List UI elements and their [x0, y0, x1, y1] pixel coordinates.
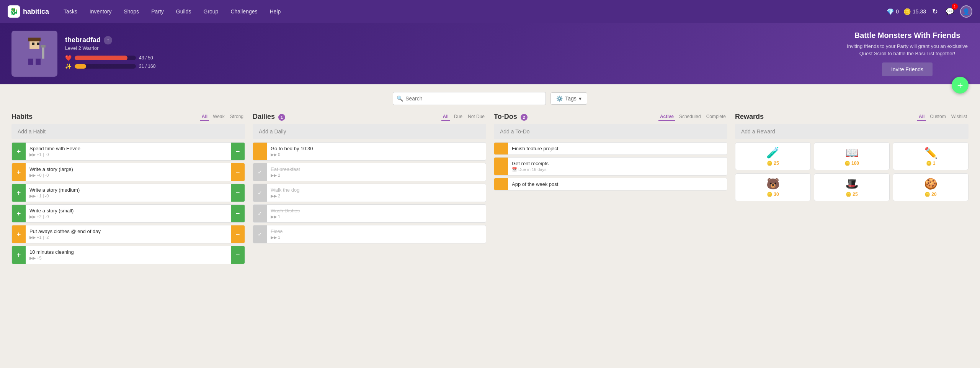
exp-bar-bg	[75, 64, 136, 69]
habit-body: Write a story (medium) ▶▶ +1 | -0	[26, 184, 231, 202]
reward-card[interactable]: 📖 🪙 100	[814, 142, 890, 170]
reward-card[interactable]: 🎩 🪙 25	[814, 173, 890, 201]
dailies-column: Dailies 1 All Due Not Due Add a Daily Go…	[253, 113, 486, 266]
todos-filter-active[interactable]: Active	[658, 113, 675, 121]
nav-tasks[interactable]: Tasks	[58, 6, 83, 17]
hero-banner: thebradfad ↑ Level 2 Warrior ❤️ 43 / 50 …	[0, 23, 980, 84]
reward-card[interactable]: 🍪 🪙 20	[893, 173, 969, 201]
rewards-filter-custom[interactable]: Custom	[928, 113, 947, 121]
daily-check-button[interactable]	[253, 143, 267, 160]
tags-button[interactable]: ⚙️ Tags ▾	[550, 92, 587, 105]
daily-title: Eat breakfast	[271, 166, 482, 172]
habit-plus-button[interactable]: +	[12, 143, 26, 160]
todo-check-button[interactable]	[494, 178, 508, 190]
hp-value: 43 / 50	[139, 55, 153, 61]
dailies-filter-due[interactable]: Due	[452, 113, 464, 121]
nav-shops[interactable]: Shops	[118, 6, 144, 17]
level-text: Level 2 Warrior	[65, 45, 155, 51]
nav-inventory[interactable]: Inventory	[84, 6, 117, 17]
gold-cost-icon: 🪙	[924, 192, 930, 197]
habit-minus-button[interactable]: −	[231, 246, 245, 264]
nav-group[interactable]: Group	[198, 6, 224, 17]
habit-plus-button[interactable]: +	[12, 225, 26, 243]
todos-filter-scheduled[interactable]: Scheduled	[678, 113, 702, 121]
habit-minus-button[interactable]: −	[231, 225, 245, 243]
add-reward-card[interactable]: Add a Reward	[735, 124, 969, 139]
daily-check-button[interactable]: ✓	[253, 205, 267, 222]
rewards-filter-all[interactable]: All	[917, 113, 926, 121]
hp-bar-row: ❤️ 43 / 50	[65, 55, 155, 61]
habit-title: 10 minutes cleaning	[29, 249, 227, 255]
reward-cost: 🪙 25	[767, 161, 779, 166]
dailies-filter-notdue[interactable]: Not Due	[466, 113, 486, 121]
habits-filter-weak[interactable]: Weak	[211, 113, 226, 121]
reward-icon: 🎩	[845, 177, 859, 190]
refresh-button[interactable]: ↻	[931, 6, 939, 17]
todo-check-button[interactable]	[494, 158, 508, 175]
hp-icon: ❤️	[65, 55, 72, 61]
reward-card[interactable]: 🧪 🪙 25	[735, 142, 811, 170]
player-info: thebradfad ↑ Level 2 Warrior ❤️ 43 / 50 …	[65, 36, 155, 72]
dailies-filter-all[interactable]: All	[441, 113, 450, 121]
rewards-filters: All Custom Wishlist	[917, 113, 969, 121]
battle-desc: Inviting friends to your Party will gran…	[846, 43, 969, 57]
add-todo-card[interactable]: Add a To-Do	[494, 124, 727, 139]
nav-party[interactable]: Party	[146, 6, 169, 17]
daily-item: ✓ Walk the dog ▶▶ 2	[253, 184, 486, 202]
search-icon: 🔍	[397, 95, 403, 102]
habit-plus-button[interactable]: +	[12, 205, 26, 222]
todos-filter-complete[interactable]: Complete	[705, 113, 727, 121]
todo-title: Get rent receipts	[512, 161, 723, 166]
habit-body: Write a story (large) ▶▶ +0 | -0	[26, 163, 231, 181]
habits-filter-strong[interactable]: Strong	[229, 113, 245, 121]
tags-icon: ⚙️	[556, 95, 563, 102]
exp-bar-row: ✨ 31 / 160	[65, 63, 155, 69]
add-daily-card[interactable]: Add a Daily	[253, 124, 486, 139]
exp-bar-fill	[75, 64, 86, 69]
daily-check-button[interactable]: ✓	[253, 184, 267, 202]
dailies-list: Go to bed by 10:30 ▶▶ 0 ✓ Eat breakfast …	[253, 142, 486, 243]
reward-cost: 🪙 1	[926, 161, 936, 166]
nav-help[interactable]: Help	[264, 6, 286, 17]
exp-icon: ✨	[65, 63, 72, 69]
reward-card[interactable]: 🐻 🪙 30	[735, 173, 811, 201]
main-content: 🔍 ⚙️ Tags ▾ Habits All Weak Strong	[0, 84, 980, 274]
search-input[interactable]	[393, 92, 546, 105]
invite-friends-button[interactable]: Invite Friends	[882, 62, 933, 76]
add-habit-card[interactable]: Add a Habit	[11, 124, 245, 139]
svg-rect-1	[28, 38, 41, 41]
daily-check-button[interactable]: ✓	[253, 163, 267, 181]
habit-plus-button[interactable]: +	[12, 184, 26, 202]
habit-meta: ▶▶ +0 | -0	[29, 173, 227, 178]
app-name: habitica	[23, 8, 49, 16]
daily-item: ✓ Eat breakfast ▶▶ 2	[253, 163, 486, 181]
habit-minus-button[interactable]: −	[231, 143, 245, 160]
gem-count: 💎 0	[887, 8, 899, 15]
gold-cost-icon: 🪙	[767, 192, 773, 197]
nav-guilds[interactable]: Guilds	[171, 6, 197, 17]
nav-right: 💎 0 🪙 15.33 ↻ 💬 1 👤	[887, 5, 972, 18]
habit-item: + Write a story (medium) ▶▶ +1 | -0 −	[11, 184, 245, 202]
habit-minus-button[interactable]: −	[231, 163, 245, 181]
habit-plus-button[interactable]: +	[12, 246, 26, 264]
habits-filter-all[interactable]: All	[200, 113, 209, 121]
user-avatar-button[interactable]: 👤	[960, 5, 972, 18]
todo-check-button[interactable]	[494, 143, 508, 154]
daily-check-button[interactable]: ✓	[253, 225, 267, 243]
rewards-filter-wishlist[interactable]: Wishlist	[950, 113, 969, 121]
fab-add-button[interactable]: +	[952, 77, 969, 94]
reward-icon: 🍪	[924, 177, 938, 190]
habit-body: 10 minutes cleaning ▶▶ +5	[26, 246, 231, 264]
todo-title: Finish feature project	[512, 146, 723, 151]
nav-challenges[interactable]: Challenges	[225, 6, 263, 17]
habit-plus-button[interactable]: +	[12, 163, 26, 181]
habit-meta: ▶▶ +5	[29, 256, 227, 261]
todo-item: App of the week post	[494, 178, 727, 191]
reward-card[interactable]: ✏️ 🪙 1	[893, 142, 969, 170]
habits-list: + Spend time with Eevee ▶▶ +1 | -0 − + W…	[11, 142, 245, 264]
habit-minus-button[interactable]: −	[231, 184, 245, 202]
habit-minus-button[interactable]: −	[231, 205, 245, 222]
gold-cost-icon: 🪙	[767, 161, 773, 166]
cost-value: 25	[853, 192, 858, 197]
daily-body: Eat breakfast ▶▶ 2	[267, 163, 486, 181]
